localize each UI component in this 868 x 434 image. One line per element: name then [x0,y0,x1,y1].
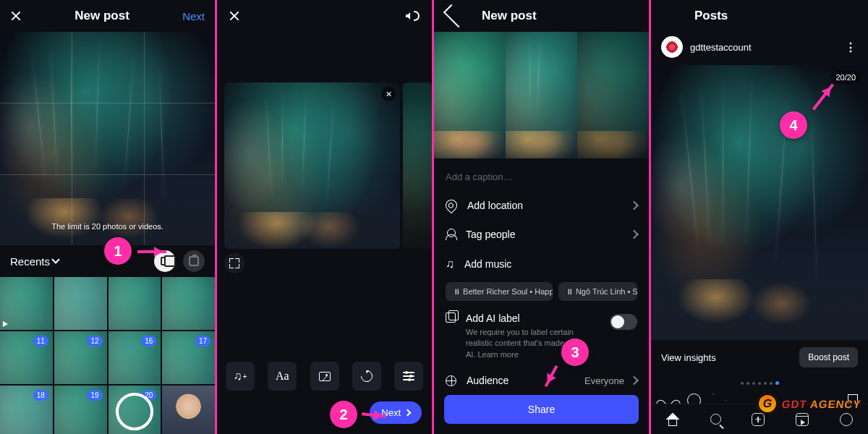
sound-toggle[interactable] [406,9,420,23]
carousel-item[interactable] [403,82,432,249]
gallery-item[interactable] [0,277,53,330]
author-avatar[interactable] [661,36,683,58]
preview-thumb[interactable] [506,32,577,158]
audience-row[interactable]: Audience Everyone [434,367,649,393]
add-music-row[interactable]: ♫ Add music [434,249,649,279]
music-tool[interactable]: ♫+ [226,362,255,391]
selection-ring [116,393,153,430]
carousel-item[interactable]: ✕ [224,82,400,249]
gallery-item[interactable] [162,277,215,330]
nav-create[interactable] [752,413,765,426]
tag-people-row[interactable]: Tag people [434,220,649,249]
post-options-list: Add location Tag people ♫ Add music [434,191,649,279]
ai-toggle[interactable] [610,314,637,330]
gallery-item[interactable]: 19 [54,386,107,435]
select-order-badge: 12 [87,336,102,346]
gallery-item[interactable]: 16 [109,331,161,384]
picture-icon [319,372,331,381]
row-label: Tag people [466,229,516,240]
gallery-item[interactable]: 18 [0,386,53,435]
gallery-item[interactable] [109,277,161,330]
nav-reels[interactable] [796,413,809,426]
post-author-row: gdttestaccount ⋮ [651,32,868,65]
author-username[interactable]: gdttestaccount [690,42,752,53]
panel-2-editor: ✕ ♫+ Aa Next 2 [217,0,434,434]
rotate-icon [358,368,375,385]
insights-row: View insights Boost post [651,340,868,375]
music-icon: ♫ [446,258,454,271]
album-label: Recents [10,255,50,268]
row-label: Add location [467,200,523,211]
carousel-dots [651,375,868,392]
step-number: 2 [330,401,357,428]
panel1-title: New post [75,9,129,23]
preview-thumb[interactable] [577,32,649,158]
nav-home[interactable] [666,413,679,426]
select-order-badge: 11 [33,336,48,346]
panel1-header: New post Next [0,0,215,32]
gallery-item[interactable] [162,386,215,435]
music-chip[interactable]: ⏸ Better Richer Soul • Happy Mood [446,282,553,301]
back-icon[interactable] [661,0,681,32]
crop-preview[interactable]: The limit is 20 photos or videos. [0,32,215,245]
expand-button[interactable] [224,253,244,273]
next-button[interactable]: Next [370,401,422,424]
gallery-item[interactable]: 20 [109,386,161,435]
speaker-icon [406,12,410,20]
arrow-right-icon [404,409,412,417]
ai-label-row[interactable]: Add AI label We require you to label cer… [434,311,649,367]
text-tool[interactable]: Aa [268,362,297,391]
post-image[interactable]: 20/20 [651,65,868,340]
location-icon [443,197,460,214]
effects-tool[interactable] [352,362,381,391]
next-label: Next [381,407,401,418]
avatar-logo [665,41,678,54]
panel3-header: New post [434,0,649,32]
preview-thumb[interactable] [434,32,506,158]
select-order-badge: 16 [141,336,156,346]
open-camera-button[interactable] [183,250,205,272]
portrait-thumb [162,386,215,435]
duplicate-icon [446,312,456,323]
back-icon[interactable] [443,4,467,28]
gallery-item[interactable]: 12 [54,331,107,384]
sticker-tool[interactable] [310,362,339,391]
expand-icon [229,258,239,268]
media-preview-strip[interactable] [434,32,649,158]
close-icon[interactable] [10,10,22,22]
view-insights-link[interactable]: View insights [661,352,716,363]
gallery-item[interactable]: 11 [0,331,53,384]
picker-mode-buttons [154,250,205,272]
caption-input[interactable]: Add a caption… [434,158,649,191]
editor-toolbar: ♫+ Aa [226,362,423,391]
close-icon[interactable] [229,10,240,22]
gallery-item[interactable] [54,277,107,330]
album-dropdown[interactable]: Recents [10,255,59,268]
music-suggestions: ⏸ Better Richer Soul • Happy Mood ⏸ Ngô … [434,279,649,311]
camera-icon [189,256,199,266]
preview-image [0,32,215,245]
audience-value: Everyone [584,375,624,386]
nav-profile[interactable] [840,413,853,426]
audience-label: Audience [467,375,509,386]
nav-search[interactable] [710,414,721,425]
bottom-nav [651,404,868,434]
add-location-row[interactable]: Add location [434,191,649,220]
sliders-icon [403,372,414,380]
boost-post-button[interactable]: Boost post [799,347,858,367]
ai-subtitle: We require you to label certain realisti… [466,327,589,360]
album-selector-row: Recents [0,245,215,277]
next-link[interactable]: Next [182,10,205,22]
music-icon: ♫ [234,370,242,383]
panel-4-feed-post: Posts gdttestaccount ⋮ 20/20 View insigh… [651,0,868,434]
music-chip[interactable]: ⏸ Ngô Trúc Linh • Say H [558,282,637,301]
more-options-button[interactable]: ⋮ [845,41,858,54]
gallery-item[interactable]: 17 [162,331,215,384]
adjust-tool[interactable] [394,362,423,391]
row-label: Add music [464,258,511,270]
share-button[interactable]: Share [444,395,639,424]
selected-media-carousel[interactable]: ✕ [217,82,432,249]
select-order-badge: 19 [87,390,102,401]
panel4-title: Posts [694,9,728,23]
multi-select-button[interactable] [154,250,176,272]
